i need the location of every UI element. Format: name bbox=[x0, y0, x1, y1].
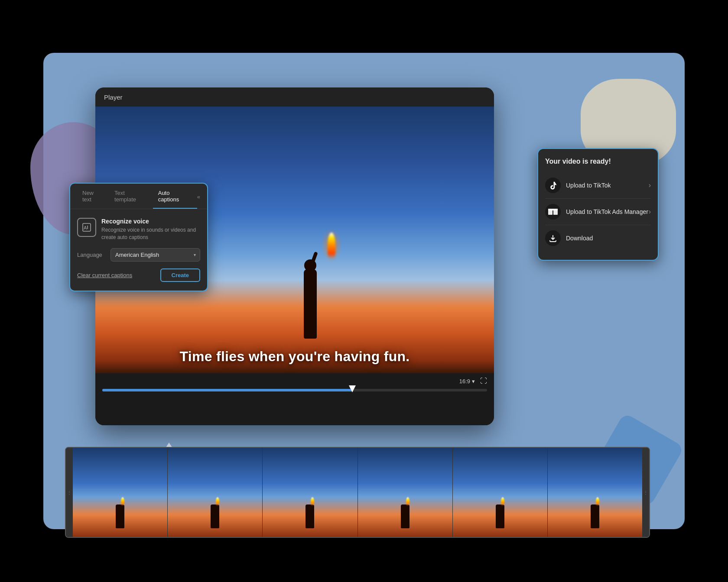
filmstrip-container[interactable]: ⋮ bbox=[65, 447, 650, 538]
chevron-right-icon: › bbox=[649, 208, 651, 216]
flame bbox=[328, 233, 335, 259]
recognize-voice-icon: A bbox=[77, 218, 96, 237]
panel-tabs: New text Text template Auto captions « bbox=[70, 184, 207, 209]
filmstrip-frame-bg bbox=[73, 448, 167, 537]
filmstrip-flame bbox=[216, 497, 219, 506]
language-row: Language American English British Englis… bbox=[77, 248, 200, 262]
flame-inner bbox=[328, 233, 335, 259]
filmstrip-flame bbox=[311, 497, 314, 506]
video-ready-title: Your video is ready! bbox=[545, 158, 651, 165]
timeline-controls: 16:9 ▾ ⛶ bbox=[95, 373, 494, 389]
recognize-voice-title: Recognize voice bbox=[101, 218, 200, 225]
list-item bbox=[548, 448, 642, 537]
aspect-ratio-label: 16:9 bbox=[459, 378, 470, 385]
list-item bbox=[358, 448, 453, 537]
filmstrip-figure bbox=[591, 504, 599, 528]
timeline-progress bbox=[102, 389, 352, 391]
upload-tiktok-row[interactable]: Upload to TikTok › bbox=[545, 172, 651, 199]
language-select[interactable]: American English British English Spanish… bbox=[110, 248, 200, 262]
create-button[interactable]: Create bbox=[160, 268, 200, 282]
filmstrip-figure bbox=[496, 504, 504, 528]
filmstrip-frame-bg bbox=[168, 448, 262, 537]
fullscreen-button[interactable]: ⛶ bbox=[480, 377, 487, 385]
clear-captions-button[interactable]: Clear current captions bbox=[77, 272, 132, 278]
download-row[interactable]: Download bbox=[545, 225, 651, 251]
filmstrip-figure bbox=[401, 504, 410, 528]
filmstrip-frames bbox=[73, 448, 642, 537]
language-select-wrapper: American English British English Spanish… bbox=[110, 248, 200, 262]
svg-rect-5 bbox=[548, 209, 558, 210]
panel-body: A Recognize voice Recognize voice in sou… bbox=[70, 209, 207, 291]
filmstrip-frame-bg bbox=[263, 448, 357, 537]
video-ready-panel: Your video is ready! Upload to TikTok › … bbox=[537, 148, 659, 261]
filmstrip-flame bbox=[121, 497, 124, 506]
upload-tiktok-ads-row[interactable]: Upload to TikTok Ads Manager › bbox=[545, 199, 651, 225]
language-label: Language bbox=[77, 252, 105, 258]
download-icon bbox=[545, 230, 561, 246]
filmstrip-figure bbox=[116, 504, 124, 528]
filmstrip-figure bbox=[306, 504, 314, 528]
caption-text: Time flies when you're having fun. bbox=[179, 349, 410, 364]
filmstrip-frame-bg bbox=[358, 448, 452, 537]
figure-silhouette bbox=[284, 217, 336, 339]
player-title: Player bbox=[104, 94, 123, 101]
filmstrip-flame bbox=[501, 497, 504, 506]
caption-overlay: Time flies when you're having fun. bbox=[95, 349, 494, 365]
chevron-right-icon: › bbox=[649, 181, 651, 189]
tab-new-text[interactable]: New text bbox=[77, 190, 109, 209]
recognize-voice-row: A Recognize voice Recognize voice in sou… bbox=[77, 218, 200, 241]
list-item bbox=[168, 448, 263, 537]
filmstrip-figure bbox=[211, 504, 219, 528]
auto-captions-panel: New text Text template Auto captions « A bbox=[69, 183, 208, 291]
filmstrip-flame bbox=[406, 497, 410, 506]
recognize-voice-text: Recognize voice Recognize voice in sound… bbox=[101, 218, 200, 241]
tiktok-icon bbox=[545, 178, 561, 193]
panel-close-icon[interactable]: « bbox=[197, 194, 200, 205]
filmstrip-handle-left[interactable]: ⋮ bbox=[66, 448, 73, 537]
outer-background: Player Time flies when you're having fun bbox=[43, 53, 685, 529]
filmstrip-frame-bg bbox=[453, 448, 547, 537]
upload-tiktok-ads-label: Upload to TikTok Ads Manager bbox=[566, 208, 649, 215]
list-item bbox=[73, 448, 168, 537]
filmstrip-flame bbox=[596, 497, 599, 506]
recognize-voice-description: Recognize voice in sounds or videos and … bbox=[101, 226, 200, 241]
tab-text-template[interactable]: Text template bbox=[109, 190, 153, 209]
list-item bbox=[453, 448, 548, 537]
timeline-track[interactable] bbox=[102, 389, 487, 391]
fullscreen-icon: ⛶ bbox=[480, 377, 487, 385]
panel-actions: Clear current captions Create bbox=[77, 268, 200, 282]
aspect-ratio-button[interactable]: 16:9 ▾ bbox=[459, 378, 475, 385]
filmstrip-handle-right[interactable]: ⋮ bbox=[642, 448, 649, 537]
download-label: Download bbox=[566, 235, 651, 242]
timeline-playhead bbox=[349, 385, 356, 392]
tiktok-ads-icon bbox=[545, 204, 561, 220]
timeline-area: 16:9 ▾ ⛶ bbox=[95, 373, 494, 425]
tab-auto-captions[interactable]: Auto captions bbox=[153, 190, 197, 209]
svg-text:A: A bbox=[84, 225, 87, 230]
upload-tiktok-label: Upload to TikTok bbox=[566, 182, 649, 189]
list-item bbox=[263, 448, 358, 537]
filmstrip-frame-bg bbox=[548, 448, 642, 537]
player-title-bar: Player bbox=[95, 87, 494, 107]
chevron-down-icon: ▾ bbox=[472, 378, 475, 385]
